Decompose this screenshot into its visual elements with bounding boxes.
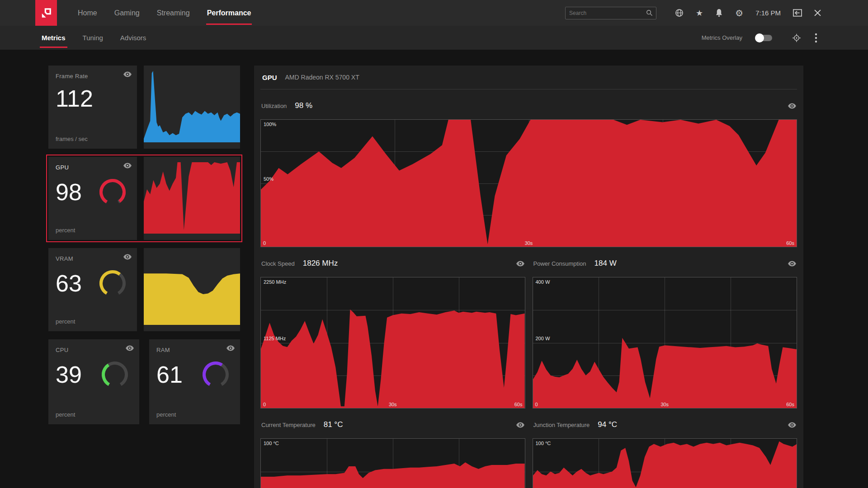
settings-gear-icon[interactable]: ⚙ [735, 9, 743, 18]
cpu-unit: percent [56, 411, 75, 418]
notifications-bell-icon[interactable] [715, 9, 723, 17]
tracking-crosshair-icon[interactable] [792, 33, 801, 42]
visibility-eye-icon[interactable] [788, 422, 796, 428]
frame-rate-sparkline [144, 66, 240, 149]
web-globe-icon[interactable] [675, 9, 684, 17]
tab-advisors[interactable]: Advisors [120, 26, 146, 50]
top-navigation: Home Gaming Streaming Performance [78, 0, 251, 26]
gpu-value: 98 [56, 180, 82, 205]
search-field[interactable] [566, 10, 646, 16]
subnav-tabs: Metrics Tuning Advisors [42, 26, 146, 50]
tab-tuning[interactable]: Tuning [83, 26, 103, 50]
current-temperature-value: 81 °C [324, 420, 343, 429]
metric-card-ram[interactable]: RAM 61 percent [149, 339, 240, 424]
gpu-unit: percent [56, 227, 75, 234]
axis-label: 30s [525, 240, 533, 246]
visibility-eye-icon[interactable] [123, 162, 132, 170]
vram-value: 63 [56, 271, 82, 296]
utilization-header: Utilization 98 % [261, 99, 796, 112]
axis-label: 50% [264, 176, 274, 182]
favorites-star-icon[interactable]: ★ [696, 9, 703, 17]
ram-label: RAM [156, 347, 170, 353]
power-consumption-label: Power Consumption [533, 260, 586, 267]
amd-logo[interactable] [35, 0, 57, 26]
metric-card-frame-rate[interactable]: Frame Rate 112 frames / sec [48, 66, 240, 149]
axis-label: 0 [263, 402, 266, 407]
junction-temperature-header: Junction Temperature 94 °C [533, 418, 797, 431]
axis-label: 0 [535, 402, 538, 407]
nav-gaming[interactable]: Gaming [114, 0, 140, 26]
visibility-eye-icon[interactable] [788, 103, 796, 109]
axis-label: 100% [264, 122, 276, 127]
power-consumption-value: 184 W [594, 259, 617, 268]
visibility-eye-icon[interactable] [126, 345, 134, 353]
axis-label: 60s [786, 402, 794, 407]
minimize-to-tray-icon[interactable] [793, 9, 802, 17]
axis-label: 100 °C [536, 441, 551, 446]
clock-time: 7:16 PM [755, 9, 781, 17]
titlebar-actions: ★ ⚙ 7:16 PM [565, 7, 868, 19]
frame-rate-value-panel: Frame Rate 112 frames / sec [48, 66, 137, 149]
kebab-menu-icon[interactable] [815, 33, 817, 43]
nav-home[interactable]: Home [78, 0, 97, 26]
metric-card-gpu[interactable]: GPU 98 percent [48, 157, 240, 240]
power-consumption-chart: 400 W200 W030s60s [533, 277, 797, 408]
visibility-eye-icon[interactable] [788, 261, 796, 267]
visibility-eye-icon[interactable] [123, 253, 132, 262]
subnav-actions: Metrics Overlay [702, 33, 868, 43]
gpu-gauge [98, 178, 127, 206]
axis-label: 200 W [536, 336, 550, 341]
utilization-chart: 100%50%030s60s [260, 119, 797, 247]
cpu-value: 39 [56, 362, 82, 387]
device-name: AMD Radeon RX 5700 XT [285, 74, 359, 81]
ram-unit: percent [156, 411, 176, 418]
metrics-content: Frame Rate 112 frames / sec GPU 98 perc [0, 50, 868, 488]
ram-gauge [201, 360, 230, 389]
vram-sparkline [144, 248, 240, 331]
frame-rate-value: 112 [56, 86, 93, 111]
gpu-label: GPU [56, 164, 69, 171]
search-icon [646, 9, 656, 16]
axis-label: 2250 MHz [264, 279, 286, 285]
clock-speed-label: Clock Speed [261, 260, 295, 267]
tab-metrics[interactable]: Metrics [42, 26, 66, 50]
frame-rate-unit: frames / sec [56, 136, 88, 142]
gpu-value-panel: GPU 98 percent [48, 157, 137, 240]
ram-value: 61 [156, 362, 183, 387]
axis-label: 1125 MHz [264, 336, 286, 341]
nav-streaming[interactable]: Streaming [157, 0, 190, 26]
current-temperature-header: Current Temperature 81 °C [261, 418, 524, 431]
frame-rate-label: Frame Rate [56, 73, 88, 80]
visibility-eye-icon[interactable] [123, 71, 132, 79]
toggle-knob [755, 33, 764, 42]
metric-card-vram[interactable]: VRAM 63 percent [48, 248, 240, 331]
visibility-eye-icon[interactable] [226, 345, 235, 353]
utilization-value: 98 % [295, 101, 312, 110]
junction-temperature-value: 94 °C [598, 420, 617, 429]
junction-temperature-label: Junction Temperature [533, 422, 590, 428]
cpu-ram-row: CPU 39 percent RAM 61 perc [48, 339, 240, 424]
cpu-gauge [100, 360, 129, 389]
clock-speed-header: Clock Speed 1826 MHz [261, 257, 524, 270]
junction-temperature-chart: 100 °C50 °C030s60s [533, 438, 797, 488]
visibility-eye-icon[interactable] [516, 261, 524, 267]
cpu-label: CPU [56, 347, 68, 353]
vram-unit: percent [56, 318, 75, 325]
current-temperature-chart: 100 °C50 °C030s60s [260, 438, 525, 488]
current-temperature-label: Current Temperature [261, 422, 316, 428]
power-consumption-header: Power Consumption 184 W [533, 257, 797, 270]
metric-card-cpu[interactable]: CPU 39 percent [48, 339, 139, 424]
nav-performance[interactable]: Performance [207, 0, 251, 26]
gpu-detail-panel: GPU AMD Radeon RX 5700 XT Utilization 98… [254, 66, 803, 488]
vram-label: VRAM [56, 255, 73, 262]
search-input[interactable] [565, 7, 656, 19]
close-icon[interactable] [814, 9, 821, 16]
metrics-overlay-toggle[interactable] [756, 35, 772, 41]
temperature-row: Current Temperature 81 °C 100 °C50 °C030… [260, 408, 797, 488]
metric-cards-sidebar: Frame Rate 112 frames / sec GPU 98 perc [48, 66, 240, 488]
vram-gauge [98, 269, 127, 298]
visibility-eye-icon[interactable] [516, 422, 524, 428]
performance-subnav: Metrics Tuning Advisors Metrics Overlay [0, 26, 868, 50]
amd-arrow-icon [40, 7, 52, 19]
vram-value-panel: VRAM 63 percent [48, 248, 137, 331]
